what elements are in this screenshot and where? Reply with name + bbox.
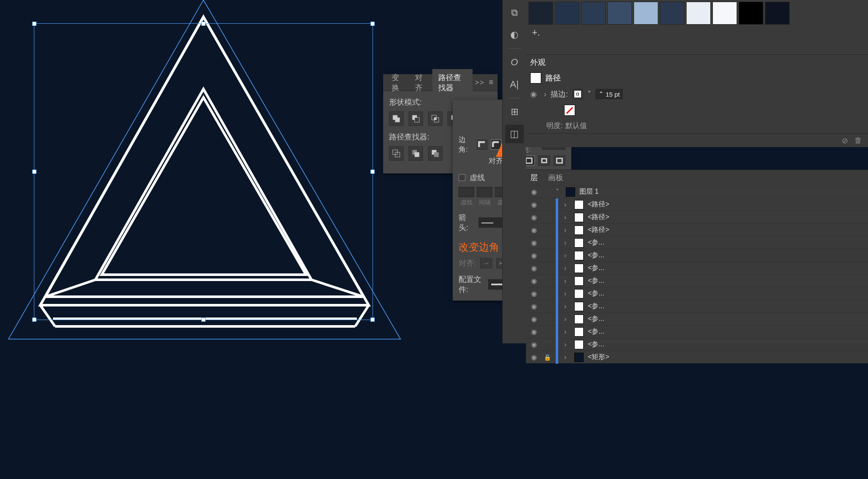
layer-expand-icon[interactable]: › [564,315,570,323]
layer-expand-icon[interactable]: › [564,354,570,361]
swatch-5[interactable] [660,2,684,25]
layer-visibility-icon[interactable]: ◉ [529,277,539,285]
layer-name[interactable]: 图层 1 [579,187,598,196]
layer-expand-icon[interactable]: › [564,239,570,247]
handle-top-right[interactable] [370,22,375,26]
opacity-value[interactable]: 默认值 [565,121,587,131]
tab-artboards[interactable]: 画板 [548,173,563,183]
layer-expand-icon[interactable]: › [564,226,570,234]
layer-item-name[interactable]: <路径> [588,226,609,234]
layer-item-name[interactable]: <参... [588,340,604,349]
layer-item[interactable]: ◉›<路径> [526,211,868,223]
layer-item-name[interactable]: <参... [588,264,604,273]
swatch-1[interactable] [555,2,579,25]
stroke-color-thumb[interactable] [572,89,583,100]
layer-visibility-icon[interactable]: ◉ [529,226,539,234]
layer-item[interactable]: ◉›<参... [526,236,868,249]
layer-visibility-icon[interactable]: ◉ [529,188,539,196]
fill-color-thumb[interactable] [564,105,575,116]
tab-transform[interactable]: 变换 [386,69,409,96]
layer-visibility-icon[interactable]: ◉ [529,328,539,336]
add-swatch-button[interactable]: +. [529,27,540,36]
layer-lock-icon[interactable]: 🔒 [543,354,551,361]
layer-item[interactable]: ◉›<参... [526,249,868,262]
tab-layers[interactable]: 层 [530,173,538,183]
clear-appearance-icon[interactable]: ⊘ [842,136,850,145]
dock-type-icon[interactable]: O [505,53,524,72]
handle-bottom-left[interactable] [32,317,36,322]
layer-visibility-icon[interactable]: ◉ [529,302,539,310]
layer-top[interactable]: ◉ ˅ 图层 1 [526,185,868,198]
layer-item-name[interactable]: <参... [588,315,604,323]
layer-item-name[interactable]: <参... [588,251,604,260]
panel-menu-icon[interactable]: ≡ [487,76,495,89]
layer-visibility-icon[interactable]: ◉ [529,340,539,348]
visibility-toggle-icon[interactable]: ◉ [530,89,540,99]
layer-expand-icon[interactable]: › [564,265,570,272]
handle-top-left[interactable] [32,22,36,26]
swatch-8[interactable] [739,2,763,25]
layer-item[interactable]: ◉›<参... [526,274,868,287]
dock-align-icon[interactable]: ⊞ [505,103,524,121]
swatch-9[interactable] [765,2,790,25]
dash-field-1[interactable] [459,187,474,197]
handle-mid-right[interactable] [370,170,375,174]
swatch-3[interactable] [607,2,632,25]
layer-visibility-icon[interactable]: ◉ [529,251,539,259]
layer-expand-icon[interactable]: › [564,341,570,348]
handle-bottom-mid[interactable] [201,317,206,322]
handle-top-mid[interactable] [201,22,206,26]
selection-bounding-box[interactable] [34,23,373,320]
layer-visibility-icon[interactable]: ◉ [529,239,539,247]
dock-libraries-icon[interactable]: ⧉ [505,3,524,22]
layer-item-name[interactable]: <路径> [588,200,609,209]
align-arrow-extend-button[interactable]: → [480,258,492,268]
layer-item[interactable]: ◉›<路径> [526,198,868,211]
pf-merge-button[interactable] [428,146,442,161]
shape-minus-front-button[interactable] [409,111,423,126]
dock-character-icon[interactable]: A| [505,75,524,94]
swatch-2[interactable] [581,2,606,25]
dock-color-icon[interactable]: ◐ [505,25,524,44]
layer-visibility-icon[interactable]: ◉ [529,315,539,323]
handle-bottom-right[interactable] [370,317,375,322]
layer-visibility-icon[interactable]: ◉ [529,290,539,298]
canvas[interactable] [0,0,509,348]
panel-more-icon[interactable]: >> [473,77,487,88]
layer-expand-icon[interactable]: › [564,201,570,209]
shape-unite-button[interactable] [389,111,403,126]
layer-expand-icon[interactable]: › [564,290,570,298]
layer-visibility-icon[interactable]: ◉ [529,213,539,221]
tab-pathfinder[interactable]: 路径查找器 [432,69,473,96]
layer-item-name[interactable]: <路径> [588,213,609,222]
layer-item[interactable]: ◉›<参... [526,338,868,351]
layer-item-name[interactable]: <参... [588,327,604,336]
shape-intersect-button[interactable] [428,111,442,126]
align-stroke-inside-button[interactable] [538,156,550,166]
corner-miter-button[interactable] [477,139,487,150]
pf-trim-button[interactable] [409,146,423,161]
corner-round-button[interactable] [491,139,501,150]
handle-mid-left[interactable] [32,170,36,174]
swatch-6[interactable] [686,2,711,25]
layer-item-name[interactable]: <参... [588,238,604,247]
layer-visibility-icon[interactable]: ◉ [529,353,539,361]
layer-expand-icon[interactable]: › [564,214,570,221]
layer-item-name[interactable]: <参... [588,302,604,311]
layer-expand-icon[interactable]: › [564,252,570,259]
dock-pathfinder-icon[interactable]: ◫ [505,125,524,143]
layer-item[interactable]: ◉🔒›<矩形> [526,351,868,363]
layer-item-name[interactable]: <矩形> [588,353,609,362]
swatch-4[interactable] [634,2,658,25]
layer-expand-icon[interactable]: › [564,303,570,310]
layer-item[interactable]: ◉›<路径> [526,223,868,236]
layer-item[interactable]: ◉›<参... [526,325,868,338]
layer-item[interactable]: ◉›<参... [526,300,868,312]
stroke-weight-field[interactable]: ⌃15 pt [595,89,623,99]
pf-divide-button[interactable] [389,146,403,161]
layer-expand-icon[interactable]: › [564,328,570,336]
swatch-0[interactable] [529,2,553,25]
layer-item[interactable]: ◉›<参... [526,262,868,274]
tab-appearance[interactable]: 外观 [530,57,545,67]
layer-visibility-icon[interactable]: ◉ [529,201,539,209]
